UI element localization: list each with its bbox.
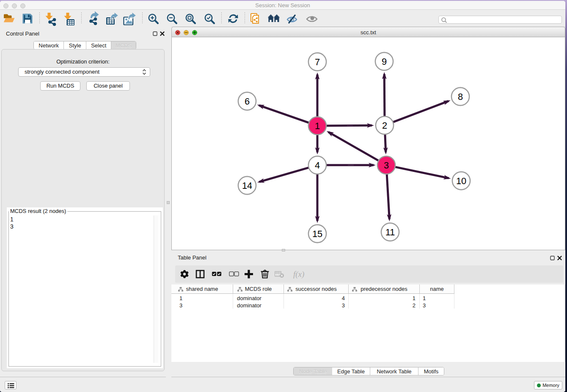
svg-text:15: 15: [312, 229, 322, 239]
svg-text:1: 1: [315, 121, 320, 131]
svg-text:3: 3: [384, 160, 389, 171]
svg-text:2: 2: [382, 120, 387, 131]
svg-text:10: 10: [456, 176, 466, 186]
svg-text:14: 14: [242, 180, 252, 191]
svg-text:7: 7: [315, 57, 320, 67]
svg-text:4: 4: [315, 160, 320, 171]
svg-text:6: 6: [245, 96, 250, 107]
svg-text:f(x): f(x): [293, 270, 304, 279]
svg-text:11: 11: [385, 227, 395, 237]
svg-text:8: 8: [458, 91, 463, 102]
svg-text:9: 9: [382, 56, 387, 67]
